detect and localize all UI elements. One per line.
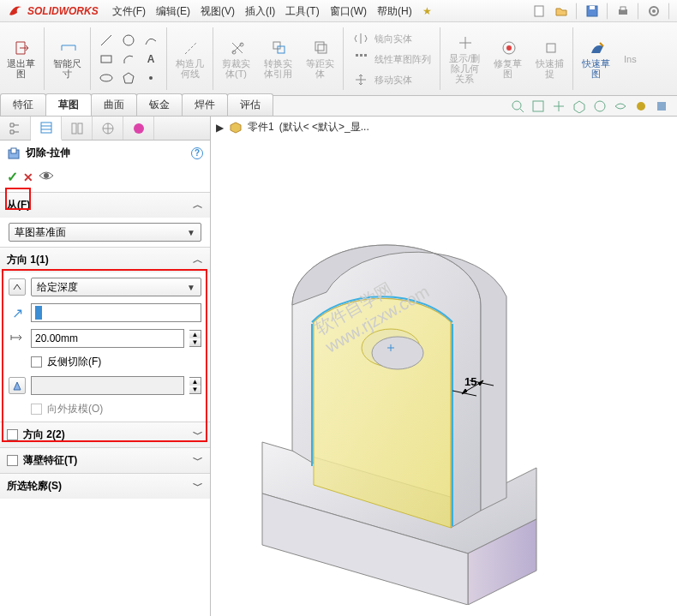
ribbon-trim[interactable]: 剪裁实 体(T) — [215, 22, 257, 95]
ribbon-mirror[interactable]: 镜向实体 — [352, 30, 412, 47]
sketch-circle-icon[interactable] — [120, 32, 137, 49]
pm-tab-render-icon[interactable] — [123, 117, 154, 140]
view-section-icon[interactable] — [550, 98, 567, 115]
qat-new-icon[interactable] — [530, 3, 548, 20]
menu-help[interactable]: 帮助(H) — [372, 0, 417, 22]
section-contours[interactable]: 所选轮廓(S) ﹀ — [0, 474, 210, 499]
menu-view[interactable]: 视图(V) — [195, 0, 240, 22]
tab-sketch[interactable]: 草图 — [45, 93, 92, 116]
sketch-rect-icon[interactable] — [98, 51, 115, 68]
ribbon-offset[interactable]: 等距实 体 — [299, 22, 341, 95]
dimension-d1[interactable]: 15 — [464, 375, 476, 388]
view-scene-icon[interactable] — [653, 98, 670, 115]
flip-side-checkbox[interactable] — [31, 356, 42, 368]
sketch-line-icon[interactable] — [98, 32, 115, 49]
sketch-polygon-icon[interactable] — [120, 69, 137, 87]
menu-window[interactable]: 窗口(W) — [325, 0, 372, 22]
reverse-direction-icon[interactable] — [9, 278, 26, 296]
ribbon-show-relations[interactable]: 显示/删 除几何 关系 — [442, 22, 487, 95]
menu-star-icon[interactable]: ★ — [417, 0, 437, 22]
sketch-arc-icon[interactable] — [120, 51, 137, 68]
qat-print-icon[interactable] — [614, 3, 632, 20]
thin-checkbox[interactable] — [7, 455, 18, 466]
ribbon-exit-label: 退出草 图 — [7, 58, 35, 79]
svg-rect-17 — [356, 54, 358, 57]
draft-spinner[interactable]: ▲▼ — [189, 377, 201, 394]
ribbon-construction[interactable]: 构造几 何线 — [169, 22, 211, 95]
depth-icon — [9, 330, 26, 348]
ribbon-snap[interactable]: 快速捕 捉 — [529, 22, 571, 95]
view-display-icon[interactable] — [591, 98, 608, 115]
depth-spinner[interactable]: ▲▼ — [189, 330, 201, 347]
pm-tab-property-icon[interactable] — [31, 117, 62, 141]
sketch-text-icon[interactable]: A — [142, 51, 159, 68]
menu-tools[interactable]: 工具(T) — [280, 0, 324, 22]
ribbon-smart-dimension[interactable]: 智能尺 寸 — [46, 22, 88, 95]
svg-point-35 — [44, 173, 49, 178]
view-appearance-icon[interactable] — [632, 98, 650, 115]
cut-extrude-icon — [7, 147, 21, 160]
ribbon-convert[interactable]: 转换实 体引用 — [257, 22, 299, 95]
from-combo[interactable]: 草图基准面▼ — [9, 223, 201, 242]
menu-file[interactable]: 文件(F) — [107, 0, 151, 22]
pm-tab-config-icon[interactable] — [62, 117, 93, 140]
qat-separator — [668, 3, 670, 20]
ribbon-exit-sketch[interactable]: 退出草 图 — [0, 22, 42, 95]
mirror-icon — [352, 30, 369, 47]
tab-surface[interactable]: 曲面 — [91, 93, 137, 116]
pm-tab-feature-tree-icon[interactable] — [0, 117, 31, 140]
section-direction1[interactable]: 方向 1(1) ︿ — [0, 248, 210, 272]
ribbon-instant[interactable]: Ins — [617, 22, 638, 95]
svg-point-23 — [512, 101, 521, 110]
ribbon-pattern[interactable]: 线性草图阵列 — [352, 51, 431, 68]
from-label: 从(F) — [7, 198, 30, 212]
view-zoom-icon[interactable] — [509, 98, 526, 115]
sketch-spline-icon[interactable] — [142, 32, 159, 49]
view-orient-icon[interactable] — [571, 98, 588, 115]
svg-point-37 — [372, 337, 423, 369]
section-thin[interactable]: 薄壁特征(T) ﹀ — [0, 448, 210, 473]
tab-sheetmetal[interactable]: 钣金 — [136, 93, 183, 116]
direction-arrow-icon[interactable]: ↗ — [9, 305, 26, 321]
sketch-ellipse-icon[interactable] — [98, 69, 115, 87]
svg-rect-19 — [364, 54, 367, 57]
dir2-label: 方向 2(2) — [23, 428, 65, 442]
chevron-down-icon: ﹀ — [193, 428, 203, 442]
ribbon-repair[interactable]: 修复草 图 — [487, 22, 529, 95]
tab-features[interactable]: 特征 — [0, 93, 46, 116]
tab-evaluate[interactable]: 评估 — [227, 93, 273, 116]
tab-weldment[interactable]: 焊件 — [182, 93, 228, 116]
menu-edit[interactable]: 编辑(E) — [151, 0, 195, 22]
chevron-down-icon: ﹀ — [193, 479, 203, 493]
qat-options-icon[interactable] — [644, 3, 663, 20]
sketch-point-icon[interactable] — [142, 69, 159, 87]
main-menu: 文件(F) 编辑(E) 视图(V) 插入(I) 工具(T) 窗口(W) 帮助(H… — [107, 0, 437, 22]
help-icon[interactable]: ? — [191, 147, 203, 159]
ok-button[interactable]: ✓ — [7, 169, 18, 185]
pm-tab-dimxpert-icon[interactable] — [93, 117, 123, 140]
view-hide-icon[interactable] — [612, 98, 629, 115]
ribbon-offset-label: 等距实 体 — [306, 58, 334, 79]
ribbon-move[interactable]: 移动实体 — [352, 71, 412, 88]
preview-icon[interactable] — [39, 170, 54, 184]
cancel-button[interactable]: ✕ — [23, 170, 33, 184]
section-from[interactable]: 从(F) ︿ — [0, 193, 210, 218]
svg-point-26 — [637, 102, 645, 111]
ribbon-quick-sketch[interactable]: 快速草 图 — [575, 22, 617, 95]
menu-insert[interactable]: 插入(I) — [240, 0, 280, 22]
view-fit-icon[interactable] — [530, 98, 547, 115]
qat-save-icon[interactable] — [583, 3, 602, 20]
model-view — [211, 125, 674, 605]
section-direction2[interactable]: 方向 2(2) ﹀ — [0, 422, 210, 447]
end-condition-combo[interactable]: 给定深度▼ — [31, 278, 201, 296]
draft-icon[interactable] — [9, 377, 26, 394]
graphics-viewport[interactable]: ▶ 零件1 (默认< <默认>_显... — [211, 117, 677, 616]
dir2-checkbox[interactable] — [7, 429, 18, 440]
svg-point-7 — [123, 35, 134, 45]
direction-vector-input[interactable] — [31, 303, 201, 322]
depth-input[interactable]: 20.00mm — [31, 329, 184, 348]
qat-open-icon[interactable] — [552, 3, 571, 20]
quick-access-toolbar — [530, 3, 677, 20]
draft-angle-input[interactable] — [31, 376, 184, 395]
svg-rect-8 — [101, 56, 111, 63]
